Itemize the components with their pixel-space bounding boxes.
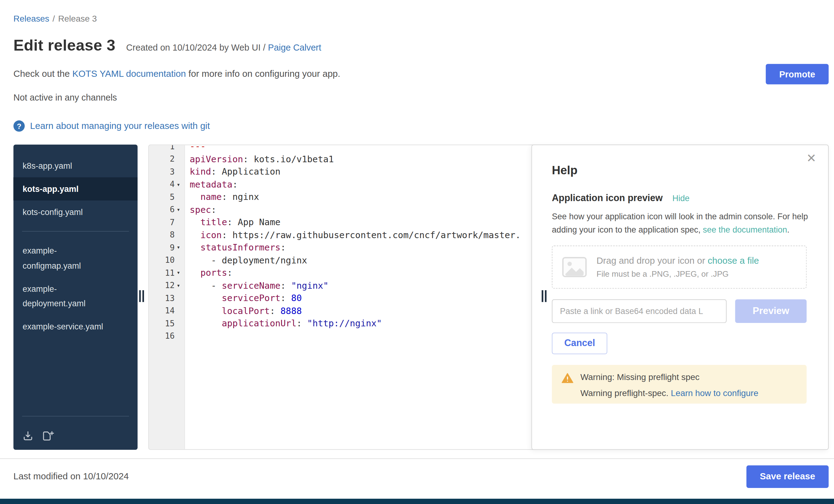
line-number: 2 <box>149 154 185 164</box>
line-number: 3 <box>149 167 185 176</box>
breadcrumb-current: Release 3 <box>58 14 97 23</box>
warning-detail-text: Warning preflight-spec. <box>580 388 671 398</box>
help-panel: ✕ Help Application icon preview Hide See… <box>531 145 829 450</box>
created-text: Created on 10/10/2024 by Web UI / <box>126 43 266 52</box>
line-number: 12▾ <box>149 281 185 290</box>
warning-box: Warning: Missing preflight spec Warning … <box>552 365 807 403</box>
created-info: Created on 10/10/2024 by Web UI / Paige … <box>126 43 321 53</box>
line-number: 16 <box>149 331 185 341</box>
fold-arrow-icon[interactable]: ▾ <box>175 282 182 289</box>
file-list-primary: k8s-app.yamlkots-app.yamlkots-config.yam… <box>14 154 137 224</box>
file-sidebar: k8s-app.yamlkots-app.yamlkots-config.yam… <box>14 145 137 450</box>
file-item-kots-app.yaml[interactable]: kots-app.yaml <box>14 177 137 200</box>
fold-arrow-icon[interactable]: ▾ <box>175 206 182 214</box>
last-modified: Last modified on 10/10/2024 <box>14 471 129 482</box>
dropzone-text: Drag and drop your icon or choose a file… <box>596 256 759 278</box>
icon-url-input[interactable] <box>552 299 727 323</box>
line-number: 15 <box>149 319 185 328</box>
close-icon[interactable]: ✕ <box>806 153 816 165</box>
icon-dropzone[interactable]: Drag and drop your icon or choose a file… <box>552 245 807 288</box>
warning-icon <box>562 373 573 383</box>
hide-link[interactable]: Hide <box>673 193 690 203</box>
line-number: 7 <box>149 217 185 227</box>
dropzone-hint: File must be a .PNG, .JPEG, or .JPG <box>596 269 759 278</box>
preview-button[interactable]: Preview <box>735 299 807 323</box>
question-icon[interactable]: ? <box>14 120 25 132</box>
save-release-button[interactable]: Save release <box>746 465 829 488</box>
footer: Last modified on 10/10/2024 Save release <box>14 459 829 488</box>
cancel-button[interactable]: Cancel <box>552 332 607 354</box>
icon-preview-description: See how your application icon will look … <box>552 210 809 237</box>
icon-preview-header: Application icon preview Hide <box>552 193 807 204</box>
page: Releases/Release 3 Edit release 3 Create… <box>0 0 834 504</box>
file-item-kots-config.yaml[interactable]: kots-config.yaml <box>14 200 137 224</box>
warning-title: Warning: Missing preflight spec <box>580 372 759 382</box>
line-number: 14 <box>149 306 185 315</box>
help-title: Help <box>552 163 807 177</box>
kots-docs-link[interactable]: KOTS YAML documentation <box>72 69 186 79</box>
channel-status: Not active in any channels <box>14 92 829 103</box>
warning-body: Warning: Missing preflight spec Warning … <box>580 372 759 398</box>
choose-file-link[interactable]: choose a file <box>708 256 759 266</box>
fold-arrow-icon[interactable]: ▾ <box>175 244 182 251</box>
see-docs-link[interactable]: see the documentation <box>703 225 787 235</box>
preflight-configure-link[interactable]: Learn how to configure <box>671 388 759 398</box>
doc-line-suffix: for more info on configuring your app. <box>186 69 341 79</box>
description-suffix: . <box>787 225 790 235</box>
line-number: 10 <box>149 256 185 265</box>
breadcrumb-releases-link[interactable]: Releases <box>14 14 49 23</box>
page-title: Edit release 3 <box>14 37 116 54</box>
file-item-example-configmap.yaml[interactable]: example-configmap.yaml <box>14 239 137 277</box>
workspace: k8s-app.yamlkots-app.yamlkots-config.yam… <box>14 145 829 450</box>
bottom-bar <box>0 499 834 504</box>
sidebar-bottom <box>14 409 137 443</box>
doc-row: Check out the KOTS YAML documentation fo… <box>14 64 829 84</box>
sidebar-divider <box>22 231 129 232</box>
promote-button[interactable]: Promote <box>766 64 829 84</box>
file-item-example-deployment.yaml[interactable]: example-deployment.yaml <box>14 277 137 314</box>
breadcrumb-separator: / <box>52 14 55 23</box>
doc-line: Check out the KOTS YAML documentation fo… <box>14 69 341 80</box>
author-link[interactable]: Paige Calvert <box>268 43 322 52</box>
dropzone-label: Drag and drop your icon or <box>596 256 708 266</box>
file-item-example-service.yaml[interactable]: example-service.yaml <box>14 315 137 338</box>
doc-line-prefix: Check out the <box>14 69 72 79</box>
upload-file-icon[interactable] <box>23 431 33 441</box>
breadcrumb: Releases/Release 3 <box>14 0 829 24</box>
title-row: Edit release 3 Created on 10/10/2024 by … <box>14 37 829 54</box>
fold-arrow-icon[interactable]: ▾ <box>175 269 182 276</box>
pane-resize-handle-right[interactable] <box>542 290 547 302</box>
sidebar-bottom-divider <box>22 416 129 417</box>
image-placeholder-icon <box>562 257 587 277</box>
icon-preview-title: Application icon preview <box>552 193 662 204</box>
file-list-secondary: example-configmap.yamlexample-deployment… <box>14 239 137 338</box>
fold-arrow-icon[interactable]: ▾ <box>175 181 182 188</box>
line-number: 6▾ <box>149 205 185 214</box>
line-number: 4▾ <box>149 179 185 189</box>
file-item-k8s-app.yaml[interactable]: k8s-app.yaml <box>14 154 137 177</box>
line-number: 1 <box>149 145 185 151</box>
pane-resize-handle-left[interactable] <box>139 290 144 302</box>
new-file-icon[interactable] <box>42 431 54 441</box>
line-number: 13 <box>149 293 185 303</box>
line-number: 8 <box>149 230 185 240</box>
icon-link-row: Preview <box>552 299 807 323</box>
git-help-row: ? Learn about managing your releases wit… <box>14 120 829 132</box>
line-number: 9▾ <box>149 243 185 252</box>
git-help-link[interactable]: Learn about managing your releases with … <box>30 120 210 131</box>
line-number: 5 <box>149 192 185 202</box>
warning-detail: Warning preflight-spec. Learn how to con… <box>580 388 759 398</box>
line-number: 11▾ <box>149 268 185 278</box>
